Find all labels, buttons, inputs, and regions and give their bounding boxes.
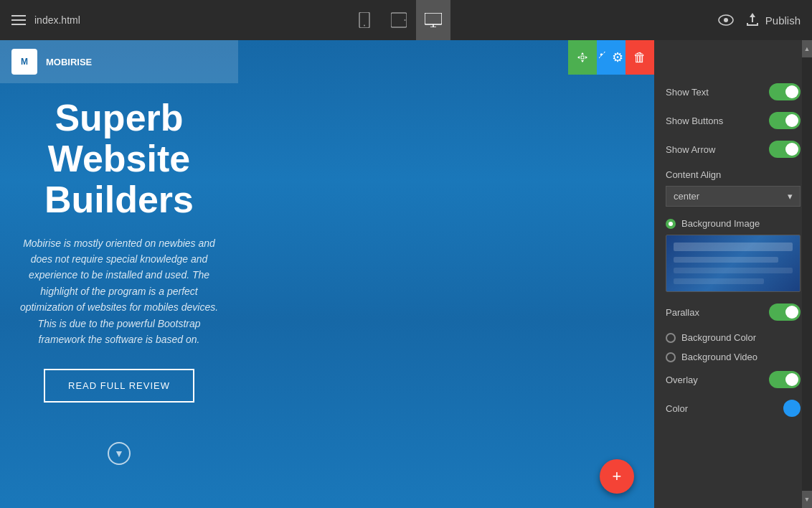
menu-icon[interactable]	[11, 15, 26, 25]
preview-logo: M	[11, 49, 37, 75]
svg-rect-4	[425, 13, 442, 24]
parallax-toggle[interactable]	[769, 304, 801, 321]
show-buttons-row: Show Buttons	[666, 112, 801, 129]
arrow-down-container: ▼	[0, 442, 238, 465]
settings-panel: Show Text Show Buttons Show Arrow Conten…	[654, 40, 812, 508]
scroll-down-icon[interactable]: ▼	[108, 442, 131, 465]
svg-point-8	[603, 55, 608, 60]
thumb-row-3	[674, 278, 764, 284]
scroll-up-btn[interactable]: ▲	[802, 40, 812, 57]
content-align-value: center	[674, 191, 699, 202]
show-text-label: Show Text	[666, 87, 709, 98]
overlay-toggle[interactable]	[769, 371, 801, 388]
content-align-label: Content Align	[666, 169, 801, 180]
background-image-header: Background Image	[666, 218, 801, 229]
color-swatch[interactable]	[783, 400, 801, 417]
svg-point-6	[724, 18, 728, 22]
component-settings-btn[interactable]: ⚙	[597, 40, 625, 75]
publish-btn[interactable]: Publish	[745, 13, 801, 27]
thumb-row-2	[674, 268, 793, 273]
parallax-label: Parallax	[666, 307, 699, 318]
scroll-down-btn[interactable]: ▼	[802, 491, 812, 508]
background-video-row: Background Video	[666, 352, 801, 362]
preview-nav: M MOBIRISE	[0, 40, 238, 83]
header-right: Publish	[718, 13, 801, 27]
bg-video-radio[interactable]	[666, 352, 676, 362]
overlay-row: Overlay	[666, 371, 801, 388]
show-text-toggle[interactable]	[769, 83, 801, 100]
publish-label: Publish	[765, 14, 801, 27]
show-arrow-label: Show Arrow	[666, 144, 715, 155]
settings-content: Show Text Show Buttons Show Arrow Conten…	[654, 75, 812, 434]
background-video-label: Background Video	[681, 352, 757, 362]
header: index.html	[0, 0, 812, 40]
parallax-row: Parallax	[666, 304, 801, 321]
hero-section: Superb Website Builders Mobirise is most…	[0, 98, 238, 403]
overlay-label: Overlay	[666, 375, 698, 385]
preview-btn[interactable]	[718, 14, 734, 26]
hero-subtitle: Mobirise is mostly oriented on newbies a…	[14, 235, 224, 348]
radio-dot-inner	[669, 222, 673, 226]
show-buttons-label: Show Buttons	[666, 116, 723, 126]
settings-toolbar: ⚙ 🗑	[568, 40, 654, 75]
main-area: M MOBIRISE Superb Website Builders Mobir…	[0, 40, 812, 508]
show-arrow-toggle[interactable]	[769, 141, 801, 158]
mobile-device-btn[interactable]	[347, 0, 382, 40]
bg-color-radio[interactable]	[666, 333, 676, 343]
hero-title: Superb Website Builders	[14, 98, 224, 221]
svg-point-1	[364, 25, 365, 27]
chevron-down-icon: ▾	[788, 191, 793, 202]
tablet-device-btn[interactable]	[382, 0, 416, 40]
background-image-row: Background Image	[666, 218, 801, 292]
color-row: Color	[666, 400, 801, 417]
background-image-label: Background Image	[681, 218, 760, 229]
background-image-thumbnail[interactable]	[666, 235, 801, 292]
scrollbar-track: ▲ ▼	[802, 40, 812, 508]
show-text-row: Show Text	[666, 83, 801, 100]
svg-rect-7	[581, 56, 584, 59]
svg-point-3	[405, 19, 406, 21]
device-switcher	[347, 0, 450, 40]
content-align-select[interactable]: center ▾	[666, 186, 801, 207]
background-color-row: Background Color	[666, 332, 801, 343]
add-component-fab[interactable]: +	[600, 459, 634, 494]
background-color-label: Background Color	[681, 332, 756, 343]
content-align-row: Content Align center ▾	[666, 169, 801, 207]
header-left: index.html	[11, 14, 80, 26]
hero-cta-btn[interactable]: READ FULL REVIEW	[44, 369, 194, 403]
bg-image-radio[interactable]	[666, 219, 676, 229]
show-arrow-row: Show Arrow	[666, 141, 801, 158]
delete-component-btn[interactable]: 🗑	[625, 40, 654, 75]
move-btn[interactable]	[568, 40, 597, 75]
color-label: Color	[666, 403, 688, 414]
show-buttons-toggle[interactable]	[769, 112, 801, 129]
file-title: index.html	[34, 14, 80, 26]
desktop-device-btn[interactable]	[416, 0, 450, 40]
preview-brand: MOBIRISE	[46, 57, 92, 67]
